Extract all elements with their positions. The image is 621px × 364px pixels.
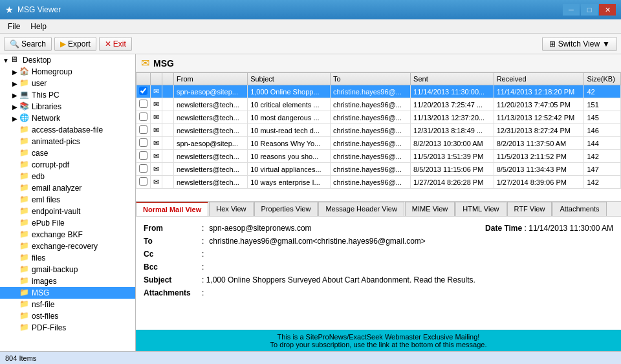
cell-size: 145	[584, 111, 621, 124]
sidebar-item-network[interactable]: ▶ 🌐 Network	[0, 112, 135, 124]
maximize-button[interactable]: □	[581, 4, 598, 16]
sidebar-item-libraries[interactable]: ▶ 📚 Libraries	[0, 101, 135, 112]
sidebar-item-exchange-recovery[interactable]: 📁 exchange-recovery	[0, 241, 135, 252]
libraries-icon: 📚	[19, 102, 30, 112]
sidebar-label-exchange-bkf: exchange BKF	[32, 230, 83, 239]
menu-help[interactable]: Help	[25, 21, 52, 32]
sidebar-item-exchange-bkf[interactable]: 📁 exchange BKF	[0, 229, 135, 241]
sidebar-item-gmail-backup[interactable]: 📁 gmail-backup	[0, 264, 135, 275]
sidebar-item-email-analyzer[interactable]: 📁 email analyzer	[0, 182, 135, 194]
sidebar-item-desktop[interactable]: ▼ 🖥 Desktop	[0, 54, 135, 66]
table-row[interactable]: ✉ newsletters@tech... 10 critical elemen…	[136, 98, 621, 111]
sidebar-item-user[interactable]: ▶ 📁 user	[0, 78, 135, 89]
search-button[interactable]: 🔍 Search	[4, 37, 52, 51]
sidebar-item-access-database-file[interactable]: 📁 access-database-file	[0, 124, 135, 136]
col-icon[interactable]	[151, 73, 162, 85]
sidebar-item-epub-file[interactable]: 📁 ePub File	[0, 217, 135, 229]
cell-size: 144	[584, 137, 621, 150]
detail-subject-row: Subject : 1,000 Online Shoppers Surveyed…	[144, 273, 613, 286]
cell-to: christine.hayes96@...	[331, 98, 411, 111]
tree-arrow-homegroup[interactable]: ▶	[10, 69, 19, 76]
sidebar-item-thispc[interactable]: ▶ 💻 This PC	[0, 89, 135, 101]
sidebar-item-homegroup[interactable]: ▶ 🏠 Homegroup	[0, 66, 135, 78]
exit-button[interactable]: ✕ Exit	[99, 37, 132, 51]
cell-checkbox[interactable]	[136, 85, 151, 98]
table-row[interactable]: ✉ newsletters@tech... 10 most dangerous …	[136, 111, 621, 124]
detail-from-row: From : spn-aesop@sitepronews.com Date Ti…	[144, 222, 613, 235]
tree-arrow-desktop[interactable]: ▼	[1, 57, 10, 64]
sidebar-item-corrupt-pdf[interactable]: 📁 corrupt-pdf	[0, 159, 135, 171]
cell-checkbox[interactable]	[136, 124, 151, 137]
sidebar-label-network: Network	[32, 114, 60, 123]
sidebar-item-edb[interactable]: 📁 edb	[0, 171, 135, 182]
table-row[interactable]: ✉ spn-aesop@sitep... 10 Reasons Why Yo..…	[136, 137, 621, 150]
cell-email-icon: ✉	[151, 111, 162, 124]
preview-line1: This is a SiteProNews/ExactSeek Webmaste…	[141, 333, 616, 341]
sidebar-item-animated-pics[interactable]: 📁 animated-pics	[0, 136, 135, 147]
sidebar-item-eml-files[interactable]: 📁 eml files	[0, 194, 135, 206]
user-icon: 📁	[19, 78, 30, 89]
tab-normal-mail[interactable]: Normal Mail View	[136, 202, 208, 216]
cell-size: 147	[584, 163, 621, 176]
cell-checkbox[interactable]	[136, 176, 151, 189]
title-bar: ★ MSG Viewer ─ □ ✕	[0, 0, 621, 19]
minimize-button[interactable]: ─	[563, 4, 580, 16]
tab-html[interactable]: HTML View	[455, 202, 506, 216]
sidebar-item-ost-files[interactable]: 📁 ost-files	[0, 310, 135, 322]
col-sent[interactable]: Sent	[411, 73, 494, 85]
sidebar-item-msg[interactable]: 📁 MSG	[0, 287, 135, 299]
tab-hex[interactable]: Hex View	[209, 202, 253, 216]
tab-mime[interactable]: MIME View	[405, 202, 455, 216]
cell-sent: 12/31/2013 8:18:49 ...	[411, 124, 494, 137]
col-flag[interactable]	[162, 73, 174, 85]
tab-rtf[interactable]: RTF View	[507, 202, 552, 216]
sidebar-item-case[interactable]: 📁 case	[0, 147, 135, 159]
cell-from: newsletters@tech...	[174, 111, 248, 124]
dropdown-icon: ▼	[602, 39, 610, 48]
detail-from-value: spn-aesop@sitepronews.com Date Time : 11…	[209, 224, 613, 233]
close-button[interactable]: ✕	[599, 4, 616, 16]
cell-email-icon: ✉	[151, 85, 162, 98]
col-received[interactable]: Received	[494, 73, 584, 85]
export-button[interactable]: ▶ Export	[54, 37, 96, 51]
tree-arrow-user[interactable]: ▶	[10, 80, 19, 87]
cell-checkbox[interactable]	[136, 137, 151, 150]
sidebar-item-images[interactable]: 📁 images	[0, 275, 135, 287]
col-size[interactable]: Size(KB)	[584, 73, 621, 85]
tab-properties[interactable]: Properties View	[254, 202, 318, 216]
exchange-recovery-icon: 📁	[19, 241, 30, 252]
cell-received: 8/5/2013 11:34:43 PM	[494, 163, 584, 176]
sidebar-item-files[interactable]: 📁 files	[0, 252, 135, 264]
sidebar-label-endpoint-vault: endpoint-vault	[32, 207, 80, 216]
table-row[interactable]: ✉ newsletters@tech... 10 must-read tech …	[136, 124, 621, 137]
col-check[interactable]	[136, 73, 151, 85]
cell-checkbox[interactable]	[136, 150, 151, 163]
col-from[interactable]: From	[174, 73, 248, 85]
col-subject[interactable]: Subject	[248, 73, 331, 85]
cell-size: 151	[584, 98, 621, 111]
cell-checkbox[interactable]	[136, 98, 151, 111]
table-row[interactable]: ✉ newsletters@tech... 10 ways enterprise…	[136, 176, 621, 189]
cell-sent: 8/5/2013 11:15:06 PM	[411, 163, 494, 176]
cell-checkbox[interactable]	[136, 163, 151, 176]
sidebar-item-pdf-files[interactable]: 📁 PDF-Files	[0, 322, 135, 334]
table-row[interactable]: ✉ newsletters@tech... 10 virtual applian…	[136, 163, 621, 176]
tree-arrow-network[interactable]: ▶	[10, 115, 19, 122]
sidebar-item-nsf-file[interactable]: 📁 nsf-file	[0, 299, 135, 310]
table-row[interactable]: ✉ spn-aesop@sitep... 1,000 Online Shopp.…	[136, 85, 621, 98]
cell-checkbox[interactable]	[136, 111, 151, 124]
tree-arrow-thispc[interactable]: ▶	[10, 92, 19, 99]
cell-size: 142	[584, 150, 621, 163]
cell-from: spn-aesop@sitep...	[174, 137, 248, 150]
tree-arrow-libraries[interactable]: ▶	[10, 103, 19, 111]
animated-pics-icon: 📁	[19, 136, 30, 147]
detail-attachments-label: Attachments	[144, 288, 202, 297]
switch-view-button[interactable]: ⊞ Switch View ▼	[542, 37, 617, 51]
tab-message-header[interactable]: Message Header View	[318, 202, 404, 216]
sidebar-item-endpoint-vault[interactable]: 📁 endpoint-vault	[0, 206, 135, 217]
col-to[interactable]: To	[331, 73, 411, 85]
tab-attachments[interactable]: Attachments	[552, 202, 606, 216]
table-row[interactable]: ✉ newsletters@tech... 10 reasons you sho…	[136, 150, 621, 163]
menu-file[interactable]: File	[3, 21, 25, 32]
cell-to: christine.hayes96@...	[331, 176, 411, 189]
